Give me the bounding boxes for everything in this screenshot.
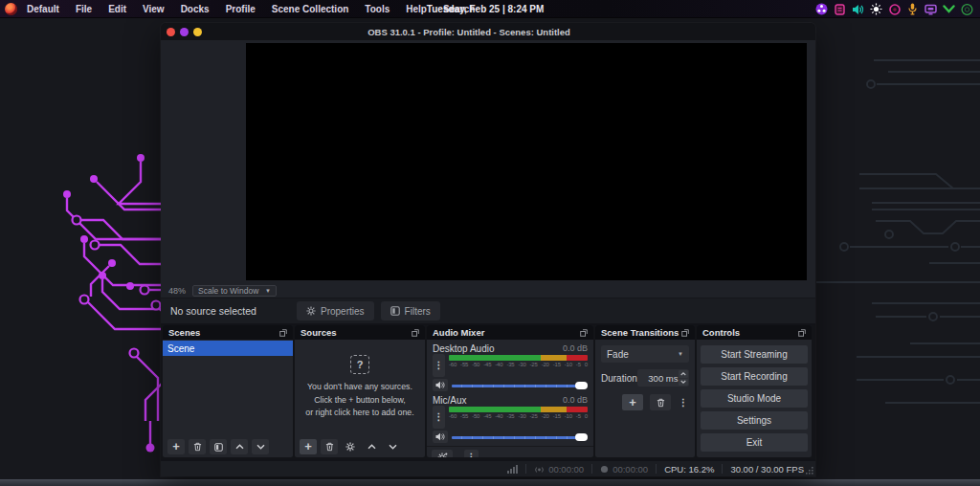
obs-tray-icon[interactable]	[815, 3, 828, 15]
sources-empty-state: ? You don't have any sources. Click the …	[295, 340, 425, 436]
preview-area[interactable]	[161, 40, 815, 283]
menubar-item[interactable]: Edit	[108, 4, 126, 14]
transition-dropdown[interactable]: Fade ▼	[601, 345, 689, 363]
slider-handle[interactable]	[575, 433, 588, 441]
spin-up-button[interactable]	[679, 370, 688, 378]
mixer-channel-mic-aux: Mic/Aux 0.0 dB ⋮ -60-55-50-45-40-35-30-2…	[433, 394, 588, 443]
cpu-usage: CPU: 16.2%	[664, 464, 714, 475]
popout-icon[interactable]	[279, 329, 287, 337]
display-tray-icon[interactable]	[924, 3, 937, 15]
menubar-item[interactable]: Help	[406, 4, 427, 14]
chevron-up-icon	[680, 372, 686, 376]
add-transition-button[interactable]: +	[622, 394, 643, 410]
volume-icon[interactable]	[852, 3, 864, 15]
clock[interactable]: Tuesday, Feb 25 | 8:24 PM	[427, 4, 544, 14]
separator	[525, 464, 526, 474]
resize-grip[interactable]	[806, 467, 813, 475]
chevron-down-icon	[680, 380, 686, 384]
clipboard-icon[interactable]	[834, 3, 846, 15]
meter-tick-label: -15	[553, 413, 561, 419]
brightness-icon[interactable]	[870, 3, 882, 15]
menubar-item[interactable]: Profile	[226, 4, 256, 14]
audio-mixer-title: Audio Mixer	[433, 327, 484, 338]
mixer-menu-button[interactable]: ⋮	[464, 450, 479, 458]
system-tray	[815, 0, 973, 18]
studio-mode-button[interactable]: Studio Mode	[701, 389, 808, 408]
popout-icon[interactable]	[681, 329, 689, 337]
settings-button[interactable]: Settings	[701, 411, 808, 430]
popout-icon[interactable]	[798, 329, 806, 337]
filters-button[interactable]: Filters	[381, 301, 440, 320]
move-source-up-button[interactable]	[363, 439, 380, 454]
duration-label: Duration	[601, 373, 637, 384]
properties-button[interactable]: Properties	[297, 301, 374, 320]
volume-slider[interactable]	[452, 382, 588, 389]
popout-icon[interactable]	[412, 329, 419, 337]
scene-filters-button[interactable]	[210, 439, 227, 454]
meter-tick-label: -40	[495, 362, 502, 367]
exit-button[interactable]: Exit	[701, 433, 808, 452]
add-scene-button[interactable]: +	[167, 439, 185, 454]
chevron-down-icon: ▼	[678, 351, 683, 357]
remove-transition-button[interactable]	[650, 394, 671, 410]
obs-titlebar[interactable]: OBS 31.0.1 - Profile: Untitled - Scenes:…	[161, 23, 815, 40]
mic-tray-icon[interactable]	[906, 3, 919, 15]
gear-icon	[306, 306, 316, 316]
scale-mode-value: Scale to Window	[198, 286, 258, 296]
mixer-toolbar: ⋮	[427, 446, 593, 457]
menubar-item[interactable]: File	[76, 4, 92, 14]
meter-tick-label: -45	[483, 362, 491, 367]
add-source-button[interactable]: +	[300, 439, 317, 454]
preview-scale-row: 48% Scale to Window ▼	[161, 283, 815, 298]
duration-spinbox[interactable]: 300 ms	[637, 369, 689, 387]
record-tray-icon[interactable]	[888, 3, 901, 15]
start-streaming-button[interactable]: Start Streaming	[701, 345, 808, 364]
slider-handle[interactable]	[575, 382, 588, 389]
meter-tick-label: -35	[506, 362, 514, 367]
scale-mode-dropdown[interactable]: Scale to Window ▼	[192, 285, 277, 297]
duration-value: 300 ms	[648, 373, 678, 384]
spin-down-button[interactable]	[679, 379, 688, 387]
remove-source-button[interactable]	[321, 439, 338, 454]
scene-transitions-title: Scene Transitions	[601, 327, 679, 338]
menubar-item[interactable]: Tools	[365, 4, 390, 14]
volume-meter	[449, 355, 588, 361]
menubar-item[interactable]: Default	[27, 4, 59, 14]
source-properties-button[interactable]	[342, 439, 359, 454]
bottom-dock[interactable]	[0, 479, 980, 486]
stream-timer: 00:00:00	[534, 464, 584, 475]
separator	[656, 464, 657, 474]
meter-tick-label: -25	[530, 362, 538, 367]
move-scene-down-button[interactable]	[252, 439, 269, 454]
scenes-panel: Scenes Scene +	[163, 325, 293, 457]
speaker-icon	[435, 381, 445, 389]
transition-menu-button[interactable]: ⋮	[678, 394, 689, 410]
remove-scene-button[interactable]	[189, 439, 206, 454]
channel-menu-button[interactable]: ⋮	[433, 354, 445, 377]
menubar-item[interactable]: View	[143, 4, 165, 14]
mute-button[interactable]	[433, 379, 448, 391]
meter-tick-label: 0	[585, 413, 588, 419]
menubar-item[interactable]: Scene Collection	[272, 4, 349, 14]
start-recording-button[interactable]: Start Recording	[701, 367, 808, 386]
distro-logo-icon[interactable]	[5, 3, 17, 15]
popout-icon[interactable]	[580, 329, 588, 337]
preview-canvas[interactable]	[246, 43, 807, 280]
meter-tick-label: 0	[585, 362, 588, 367]
channel-level: 0.0 dB	[563, 343, 588, 353]
menubar-item[interactable]: Docks	[181, 4, 210, 14]
channel-menu-button[interactable]: ⋮	[433, 406, 445, 429]
scene-list-item[interactable]: Scene	[163, 341, 293, 356]
move-scene-up-button[interactable]	[231, 439, 248, 454]
question-mark-icon: ?	[350, 355, 369, 374]
advanced-audio-button[interactable]	[432, 450, 453, 458]
mute-button[interactable]	[433, 431, 448, 443]
move-source-down-button[interactable]	[384, 439, 401, 454]
window-title: OBS 31.0.1 - Profile: Untitled - Scenes:…	[161, 27, 777, 37]
status-ring-icon[interactable]	[961, 3, 973, 15]
volume-slider[interactable]	[452, 433, 588, 441]
empty-text-line: You don't have any sources.	[307, 382, 412, 393]
circuit-wallpaper-right	[816, 53, 980, 416]
tray-expander-icon[interactable]	[943, 3, 955, 15]
volume-meter	[449, 407, 588, 412]
